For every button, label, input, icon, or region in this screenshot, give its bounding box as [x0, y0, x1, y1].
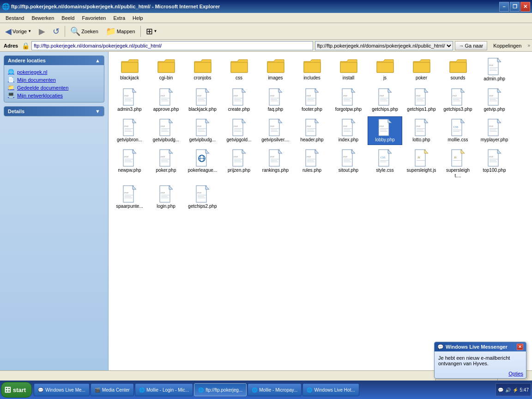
menu-beeld[interactable]: Beeld [58, 14, 78, 22]
taskbar-item[interactable]: 🌐Windows Live Hot... [302, 383, 359, 396]
file-item[interactable]: PHP prijzen.php [222, 147, 256, 181]
menu-extra[interactable]: Extra [109, 14, 129, 22]
taskbar-item[interactable]: 💬Windows Live Me... [34, 383, 90, 396]
file-item[interactable]: PHP getchips2.php [185, 183, 220, 212]
file-item[interactable]: PHP getchips.php [368, 86, 402, 115]
file-item[interactable]: PHP sitout.php [331, 147, 366, 181]
file-item[interactable]: PHP rules.php [295, 147, 329, 181]
notification-options-link[interactable]: Opties [508, 371, 523, 376]
file-item[interactable]: PHP spaarpunte... [112, 183, 147, 212]
svg-text:PHP: PHP [197, 95, 201, 97]
folder-item[interactable]: includes [295, 55, 329, 84]
folder-item[interactable]: images [258, 55, 293, 84]
taskbar-item[interactable]: 🌐ftp://ftp.pokerjeg... [194, 383, 247, 396]
folder-item[interactable]: cgi-bin [149, 55, 183, 84]
sidebar-link-netwerklocaties[interactable]: 🖥️ Mijn netwerklocaties [8, 91, 100, 99]
menu-help[interactable]: Help [129, 14, 147, 22]
file-item[interactable]: PHP footer.php [295, 86, 329, 115]
file-item[interactable]: PHP getvipsilver.... [258, 116, 293, 145]
search-button[interactable]: 🔍 Zoeken [67, 24, 102, 38]
sidebar-link-gedeelde-documenten[interactable]: 📁 Gedeelde documenten [8, 84, 100, 91]
start-button[interactable]: ⊞ start [1, 382, 32, 398]
links-button[interactable]: Koppelingen [489, 41, 526, 50]
sidebar: Andere locaties ▲ 🌐 pokerjegek.nl 📄 Mijn… [0, 52, 109, 370]
file-item[interactable]: PHP forgotpw.php [331, 86, 366, 115]
file-icon: PHP [451, 88, 466, 107]
file-item[interactable]: JS supersleight.js [404, 147, 439, 181]
svg-rect-50 [452, 89, 462, 105]
file-item[interactable]: PHP login.php [149, 183, 183, 212]
file-item[interactable]: PHP admin3.php [112, 86, 147, 115]
menu-bewerken[interactable]: Bewerken [28, 14, 58, 22]
taskbar-item[interactable]: 🎬Media Center [91, 383, 134, 396]
svg-text:PHP: PHP [161, 192, 165, 194]
file-item[interactable]: PHP getvipbron... [112, 116, 147, 145]
menu-bestand[interactable]: Bestand [2, 14, 28, 22]
file-item[interactable]: PHP approve.php [149, 86, 183, 115]
file-item[interactable]: PHP top100.php [477, 147, 512, 181]
go-button[interactable]: → Ga naar [455, 41, 488, 50]
svg-rect-19 [198, 101, 205, 101]
details-header[interactable]: Details ▼ [4, 107, 104, 116]
file-item[interactable]: PHP getchips1.php [404, 86, 439, 115]
svg-rect-14 [161, 101, 169, 101]
taskbar-item-label: Windows Live Me... [45, 387, 85, 393]
folder-item[interactable]: install [331, 55, 366, 84]
address-favicon: 🔒 [22, 42, 30, 49]
forward-button[interactable]: ▶ [36, 24, 48, 38]
file-item[interactable]: PHP index.php [331, 116, 366, 145]
file-item[interactable]: PHP newpw.php [112, 147, 147, 181]
file-area[interactable]: blackjack cgi-bin cronjobs css images in… [109, 52, 532, 370]
file-item[interactable]: CSS style.css [368, 147, 402, 181]
folder-name: cgi-bin [159, 75, 173, 81]
file-item[interactable]: PHP poker.php [149, 147, 183, 181]
file-item[interactable]: PHP faq.php [258, 86, 293, 115]
folders-button[interactable]: 📁 Mappen [103, 24, 139, 38]
svg-rect-107 [453, 130, 461, 130]
file-item[interactable]: PHP getvipbudg... [185, 116, 220, 145]
sidebar-link-pokerjegek[interactable]: 🌐 pokerjegek.nl [8, 68, 100, 76]
folder-item[interactable]: sounds [441, 55, 475, 84]
menu-favorieten[interactable]: Favorieten [78, 14, 109, 22]
file-item[interactable]: CSS mollie.css [441, 116, 475, 145]
file-item[interactable]: PHP lotto.php [404, 116, 439, 145]
folder-item[interactable]: poker [404, 55, 439, 84]
folder-item[interactable]: cronjobs [185, 55, 220, 84]
restore-button[interactable]: ❐ [510, 2, 520, 12]
notification-close-button[interactable]: ✕ [517, 344, 523, 350]
file-icon: CSS [378, 149, 393, 168]
file-item[interactable]: PHP getvipbudg... [149, 116, 183, 145]
file-item[interactable]: PHP header.php [295, 116, 329, 145]
folder-item[interactable]: js [368, 55, 402, 84]
file-item[interactable]: PHP getvipgold... [222, 116, 256, 145]
file-item[interactable]: PHP getchips3.php [441, 86, 475, 115]
address-dropdown[interactable]: ftp://ftp.pokerjegek.nl/domains/pokerjeg… [315, 41, 453, 50]
taskbar-item[interactable]: 🌐Mollie - Micropay... [248, 383, 302, 396]
address-bar: Adres 🔒 ftp://ftp.pokerjegek.nl/domains/… [0, 40, 532, 52]
svg-rect-64 [125, 131, 132, 132]
sidebar-link-mijn-documenten[interactable]: 📄 Mijn documenten [8, 76, 100, 84]
file-item[interactable]: PHP admin.php [477, 55, 512, 84]
views-button[interactable]: ⊞ ▼ [143, 24, 161, 38]
back-dropdown-icon[interactable]: ▼ [28, 29, 31, 33]
refresh-button[interactable]: ↺ [49, 24, 63, 38]
file-item[interactable]: PHP lobby.php [368, 116, 402, 145]
folder-item[interactable]: css [222, 55, 256, 84]
file-item[interactable]: JS supersleight.... [441, 147, 475, 181]
back-button[interactable]: ◀ Vorige ▼ [2, 24, 35, 38]
file-item[interactable]: PHP create.php [222, 86, 256, 115]
other-locations-header[interactable]: Andere locaties ▲ [4, 56, 104, 65]
svg-text:CSS: CSS [453, 126, 459, 128]
file-item[interactable]: PHP blackjack.php [185, 86, 220, 115]
file-name: forgotpw.php [335, 107, 362, 112]
file-item[interactable]: PHP getvip.php [477, 86, 512, 115]
taskbar-item[interactable]: 🌐Mollie - Login - Mic... [135, 383, 193, 396]
address-input[interactable]: ftp://ftp.pokerjegek.nl/domains/pokerjeg… [31, 41, 313, 50]
file-item[interactable]: PHP myplayer.php [477, 116, 512, 145]
folder-item[interactable]: blackjack [112, 55, 147, 84]
close-button[interactable]: ✕ [520, 2, 530, 12]
file-item[interactable]: PHP rankings.php [258, 147, 293, 181]
minimize-button[interactable]: – [499, 2, 509, 12]
file-item[interactable]: pokerleague... [185, 147, 220, 181]
svg-rect-35 [342, 89, 352, 105]
